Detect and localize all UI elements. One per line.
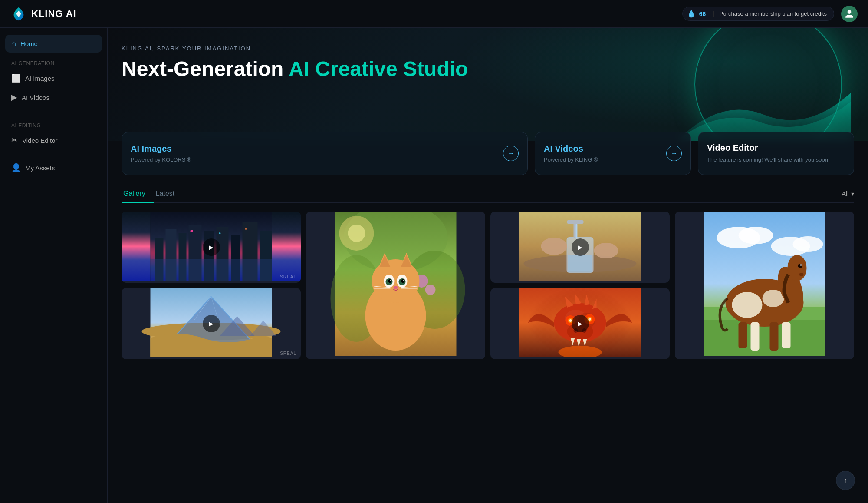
svg-point-95 [589,318,591,321]
home-icon: ⌂ [11,39,16,48]
feature-card-videos-subtitle: Powered by KLING ® [544,156,598,163]
feature-card-images-title: AI Images [131,144,191,154]
avatar[interactable] [841,6,858,22]
feature-card-videos-arrow[interactable]: → [666,146,682,161]
feature-card-ai-videos[interactable]: AI Videos Powered by KLING ® → [535,132,691,175]
svg-point-68 [788,255,807,281]
play-button-city[interactable]: ▶ [203,238,220,256]
filter-label: All [842,190,848,197]
navbar: KLING AI 💧 66 | Purchase a membership pl… [0,0,868,28]
section-ai-generation: AI Generation [5,53,102,69]
svg-point-12 [191,230,193,232]
gallery-item-pyramid[interactable]: ▶ SREAL [122,288,301,359]
play-button-pyramid[interactable]: ▶ [203,315,220,332]
logo-icon [10,6,27,22]
watermark-pyramid: SREAL [280,351,296,356]
assets-icon: 👤 [11,163,21,172]
svg-rect-66 [782,322,791,348]
svg-point-55 [739,227,773,244]
sidebar: ⌂ Home AI Generation ⬜ AI Images ▶ AI Vi… [0,28,108,503]
sidebar-item-my-assets[interactable]: 👤 My Assets [5,159,102,177]
sidebar-label-my-assets: My Assets [25,164,55,172]
gallery-item-horse[interactable] [675,212,854,359]
svg-point-48 [541,238,567,255]
navbar-right: 💧 66 | Purchase a membership plan to get… [682,6,858,22]
svg-point-35 [403,280,404,281]
sidebar-item-video-editor[interactable]: ✂ Video Editor [5,131,102,149]
svg-point-14 [245,228,247,230]
sidebar-label-home: Home [20,40,38,47]
watermark-city: SREAL [280,275,296,279]
play-button-dragon[interactable]: ▶ [572,315,589,332]
scissors-icon: ✂ [11,136,18,145]
cat-image [306,212,485,356]
svg-rect-52 [576,224,578,239]
chevron-down-icon: ▾ [851,190,854,197]
svg-point-57 [793,236,823,252]
feature-card-editor-info: Video Editor The feature is coming! We'l… [707,143,830,164]
svg-point-69 [798,264,802,268]
sidebar-item-home[interactable]: ⌂ Home [5,35,102,53]
feature-card-images-arrow[interactable]: → [503,146,519,161]
credits-cta: Purchase a membership plan to get credit… [720,10,827,17]
image-icon: ⬜ [11,73,21,83]
video-icon: ▶ [11,93,17,102]
feature-card-video-editor: Video Editor The feature is coming! We'l… [698,132,854,175]
gallery-item-water[interactable]: ▶ [490,212,670,283]
user-icon [845,9,854,19]
app-layout: ⌂ Home AI Generation ⬜ AI Images ▶ AI Vi… [0,28,868,503]
credits-separator: | [713,10,714,17]
feature-card-images-info: AI Images Powered by KOLORS ® [131,144,191,163]
svg-point-23 [372,259,420,303]
scroll-to-top-button[interactable]: ↑ [836,471,855,490]
feature-card-images-subtitle: Powered by KOLORS ® [131,156,191,163]
play-button-water[interactable]: ▶ [572,238,589,256]
sidebar-item-ai-videos[interactable]: ▶ AI Videos [5,88,102,106]
logo[interactable]: KLING AI [10,6,76,22]
svg-point-49 [594,243,618,258]
hero-title-part1: Next-Generation [122,57,289,80]
sidebar-item-ai-images[interactable]: ⬜ AI Images [5,69,102,87]
feature-card-ai-images[interactable]: AI Images Powered by KOLORS ® → [122,132,528,175]
svg-rect-47 [568,255,592,272]
credits-count: 66 [699,10,706,17]
feature-card-videos-title: AI Videos [544,144,598,154]
svg-point-36 [394,286,398,289]
gallery-item-city[interactable]: ▶ SREAL [122,212,301,283]
hero-section: KLING AI, SPARK YOUR IMAGINATION Next-Ge… [108,28,868,141]
credits-badge[interactable]: 💧 66 | Purchase a membership plan to get… [682,7,834,21]
tab-gallery[interactable]: Gallery [122,185,154,203]
svg-point-70 [800,264,802,266]
gallery-filter[interactable]: All ▾ [842,190,854,197]
sidebar-label-video-editor: Video Editor [22,137,57,144]
svg-rect-51 [567,220,584,224]
main-content: KLING AI, SPARK YOUR IMAGINATION Next-Ge… [108,28,868,503]
scroll-top-icon: ↑ [844,476,848,485]
gallery-grid: ▶ SREAL [122,212,854,359]
tab-latest[interactable]: Latest [154,185,184,203]
section-ai-editing: AI Editing [5,116,102,131]
svg-point-42 [348,225,365,242]
svg-rect-65 [770,322,779,351]
svg-point-20 [425,285,436,295]
sidebar-label-ai-images: AI Images [25,75,55,82]
fire-icon: 💧 [687,10,696,18]
sidebar-label-ai-videos: AI Videos [22,94,49,101]
svg-point-61 [732,292,763,318]
gallery-item-cat[interactable] [306,212,485,359]
feature-cards: AI Images Powered by KOLORS ® → AI Video… [108,132,868,185]
feature-card-editor-desc: The feature is coming! We'll share with … [707,156,830,164]
svg-point-13 [219,232,221,234]
gallery-section: Gallery Latest All ▾ [108,185,868,373]
app-name: KLING AI [31,8,76,20]
hero-subtitle: KLING AI, SPARK YOUR IMAGINATION [122,45,854,52]
svg-point-71 [799,273,804,276]
svg-rect-64 [751,322,760,351]
hero-title: Next-Generation AI Creative Studio [122,57,854,81]
gallery-item-dragon[interactable]: ▶ [490,288,670,359]
sidebar-divider [5,111,102,111]
hero-title-part2: AI Creative Studio [289,57,468,80]
sidebar-divider-2 [5,154,102,154]
svg-point-34 [390,280,391,281]
feature-card-videos-info: AI Videos Powered by KLING ® [544,144,598,163]
